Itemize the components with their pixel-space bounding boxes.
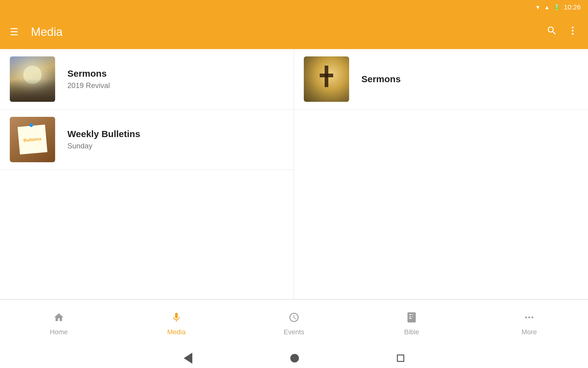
home-button[interactable] xyxy=(290,354,299,362)
sermons-revival-info: Sermons 2019 Revival xyxy=(67,68,110,90)
bulletins-thumbnail: Bulletins xyxy=(10,117,55,162)
svg-point-1 xyxy=(572,30,574,32)
right-column: Sermons xyxy=(294,49,588,299)
nav-home-label: Home xyxy=(50,328,68,336)
recents-button[interactable] xyxy=(397,355,404,362)
nav-more[interactable]: More xyxy=(470,300,588,348)
svg-point-5 xyxy=(525,316,527,318)
nav-media-label: Media xyxy=(167,328,186,336)
system-nav-bar xyxy=(0,348,588,368)
sermons-revival-name: Sermons xyxy=(67,68,110,79)
nav-bible[interactable]: Bible xyxy=(353,300,470,348)
sermons-main-name: Sermons xyxy=(361,74,401,84)
nav-more-label: More xyxy=(522,328,537,336)
app-bar: ☰ Media xyxy=(0,15,588,49)
nav-events-label: Events xyxy=(284,328,304,336)
bible-icon xyxy=(406,312,417,326)
nav-media[interactable]: Media xyxy=(118,300,235,348)
search-icon[interactable] xyxy=(546,25,557,39)
sermons-main-info: Sermons xyxy=(361,74,401,84)
sermons-main-item[interactable]: Sermons xyxy=(294,49,588,109)
svg-point-6 xyxy=(528,316,530,318)
clock-icon xyxy=(288,312,300,326)
bottom-nav: Home Media Events Bible xyxy=(0,299,588,348)
svg-rect-4 xyxy=(410,316,413,316)
wifi-icon: ▼ xyxy=(535,4,541,11)
bulletins-info: Weekly Bulletins Sunday xyxy=(67,129,140,150)
svg-point-0 xyxy=(572,27,574,29)
battery-icon: 🔋 xyxy=(553,4,560,11)
nav-events[interactable]: Events xyxy=(235,300,353,348)
sermons-revival-item[interactable]: Sermons 2019 Revival xyxy=(0,49,294,109)
bulletins-name: Weekly Bulletins xyxy=(67,129,140,139)
sermons-revival-subtitle: 2019 Revival xyxy=(67,81,110,90)
more-dots-icon xyxy=(524,312,535,326)
status-time: 10:26 xyxy=(564,3,581,11)
mic-icon xyxy=(171,312,182,326)
weekly-bulletins-item[interactable]: Bulletins Weekly Bulletins Sunday xyxy=(0,109,294,170)
bulletins-subtitle: Sunday xyxy=(67,142,140,150)
left-column: Sermons 2019 Revival Bulletins Weekly Bu… xyxy=(0,49,294,299)
main-content: Sermons 2019 Revival Bulletins Weekly Bu… xyxy=(0,49,588,299)
sermons-revival-thumbnail xyxy=(10,56,55,102)
menu-icon[interactable]: ☰ xyxy=(10,26,19,38)
svg-point-2 xyxy=(572,33,574,35)
svg-point-7 xyxy=(532,316,533,318)
signal-icon: ▲ xyxy=(544,4,550,11)
nav-home[interactable]: Home xyxy=(0,300,118,348)
more-vertical-icon[interactable] xyxy=(567,25,578,39)
back-button[interactable] xyxy=(184,353,192,364)
status-bar: ▼ ▲ 🔋 10:26 xyxy=(0,0,588,15)
sermons-main-thumbnail xyxy=(304,56,349,102)
home-icon xyxy=(53,312,64,326)
app-title: Media xyxy=(31,25,546,39)
nav-bible-label: Bible xyxy=(404,328,419,336)
